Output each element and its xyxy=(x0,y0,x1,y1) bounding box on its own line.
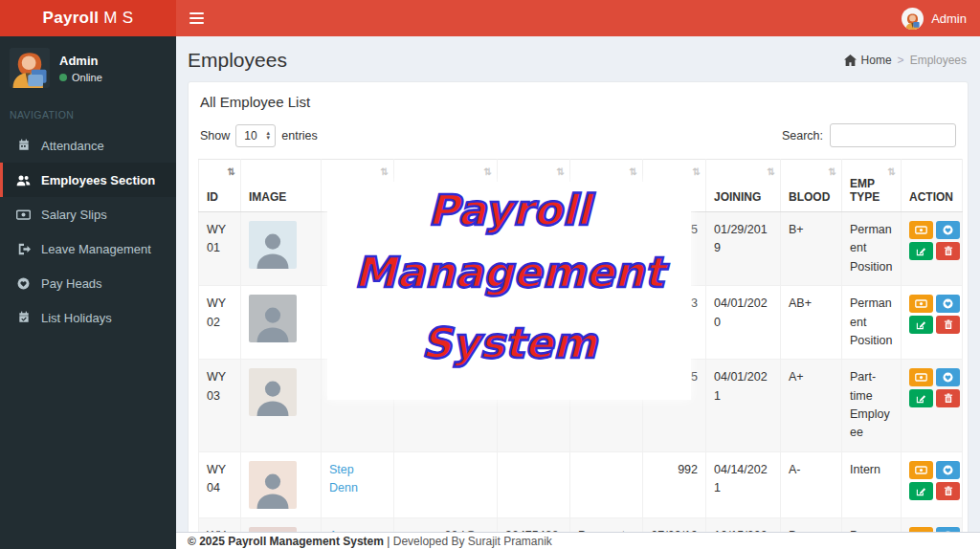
entries-label: entries xyxy=(281,129,318,143)
brand-bold: Payroll xyxy=(43,9,100,28)
sidebar-user-name: Admin xyxy=(59,54,102,68)
sidebar-user-meta: Admin Online xyxy=(59,54,102,83)
cell-blood: B+ xyxy=(781,212,842,286)
employee-photo xyxy=(249,221,297,269)
content-header: Employees Home > Employees xyxy=(176,36,980,81)
sidebar-user-avatar xyxy=(10,48,50,88)
edit-button[interactable] xyxy=(909,242,933,260)
delete-button[interactable] xyxy=(936,389,960,407)
money-icon xyxy=(915,373,927,382)
page-title: Employees xyxy=(188,49,287,72)
column-header-blood[interactable]: BLOOD⇅ xyxy=(781,160,842,212)
salary-button[interactable] xyxy=(909,368,933,386)
page-length-value: 10 xyxy=(244,129,256,143)
sidebar-item-employees-section[interactable]: Employees Section xyxy=(0,163,176,197)
trash-icon xyxy=(944,246,953,256)
column-header-id[interactable]: ID⇅ xyxy=(199,160,241,212)
breadcrumb-current: Employees xyxy=(910,54,967,67)
employee-name-link[interactable]: Step Denn xyxy=(329,463,358,494)
salary-button[interactable] xyxy=(909,221,933,239)
payhead-button[interactable] xyxy=(936,221,960,239)
cell-image xyxy=(241,360,322,452)
cell-image xyxy=(241,451,322,517)
sidebar-item-label: Attendance xyxy=(41,139,104,153)
sidebar-item-list-holidays[interactable]: List Holidays xyxy=(0,300,176,335)
sidebar-item-label: Employees Section xyxy=(41,173,155,187)
breadcrumb-home-label: Home xyxy=(861,54,892,67)
cell-action xyxy=(902,360,963,452)
column-header-image[interactable]: IMAGE xyxy=(241,160,322,212)
payhead-button[interactable] xyxy=(936,461,960,479)
cell-email xyxy=(394,451,498,517)
action-buttons xyxy=(909,295,961,334)
footer-developer: Developed By Surajit Pramanik xyxy=(393,535,552,548)
cell-blood: A- xyxy=(781,451,842,517)
salary-button[interactable] xyxy=(909,295,933,313)
payhead-button[interactable] xyxy=(936,295,960,313)
cell-joining: 01/29/2019 xyxy=(706,212,781,286)
sort-icon: ⇅ xyxy=(484,166,492,177)
cell-blood: A+ xyxy=(781,360,842,452)
edit-icon xyxy=(916,319,926,330)
top-navbar: Payroll M S Admin xyxy=(0,0,980,36)
sidebar-user-status-label: Online xyxy=(72,72,102,83)
sidebar-toggle-icon[interactable] xyxy=(189,4,218,33)
cell-action xyxy=(902,451,963,517)
sidebar-user-panel: Admin Online xyxy=(0,36,176,99)
employee-photo xyxy=(249,295,297,342)
sidebar-item-salary-slips[interactable]: Salary Slips xyxy=(0,197,176,231)
sort-icon: ⇅ xyxy=(888,166,896,177)
select-arrows-icon: ▲▼ xyxy=(265,131,271,141)
navbar-user-label: Admin xyxy=(931,11,967,26)
brand-logo[interactable]: Payroll M S xyxy=(0,0,176,36)
sidebar-section-label: NAVIGATION xyxy=(0,99,176,128)
heart-circle-icon xyxy=(943,465,953,475)
heart-circle-icon xyxy=(943,298,953,309)
search-control: Search: xyxy=(782,123,956,147)
trash-icon xyxy=(944,486,953,496)
cell-joining: 04/01/2021 xyxy=(706,360,781,452)
breadcrumb-home-link[interactable]: Home xyxy=(844,54,892,67)
sort-icon: ⇅ xyxy=(693,166,701,177)
breadcrumb: Home > Employees xyxy=(844,54,967,67)
column-header-emp-type[interactable]: EMP TYPE⇅ xyxy=(842,160,902,212)
payhead-button[interactable] xyxy=(936,368,960,386)
sidebar: Admin Online NAVIGATION Attendance Emplo… xyxy=(0,36,176,549)
column-header-joining[interactable]: JOINING⇅ xyxy=(706,160,781,212)
online-status-dot xyxy=(59,74,67,81)
delete-button[interactable] xyxy=(936,242,960,260)
show-label: Show xyxy=(200,129,230,143)
employee-photo xyxy=(249,461,297,509)
watermark-line: Management xyxy=(354,248,664,297)
cell-identity xyxy=(570,451,643,517)
sidebar-item-leave-management[interactable]: Leave Management xyxy=(0,231,176,266)
employee-photo xyxy=(249,368,297,416)
edit-button[interactable] xyxy=(909,389,933,407)
watermark-overlay: Payroll Management System xyxy=(327,182,691,400)
heart-circle-icon xyxy=(943,225,953,235)
page-length-control: Show 10 ▲▼ entries xyxy=(200,124,318,147)
cell-id: WY03 xyxy=(199,360,241,452)
navbar-user-menu[interactable]: Admin xyxy=(902,8,967,30)
calendar-icon xyxy=(15,139,32,152)
edit-icon xyxy=(916,393,926,404)
delete-button[interactable] xyxy=(936,316,960,334)
salary-button[interactable] xyxy=(909,461,933,479)
calendar-check-icon xyxy=(15,311,32,324)
edit-button[interactable] xyxy=(909,316,933,334)
action-buttons xyxy=(909,221,961,260)
cell-id: WY02 xyxy=(199,286,241,360)
page-footer: © 2025 Payroll Management System | Devel… xyxy=(176,532,980,549)
cell-image xyxy=(241,286,322,360)
footer-divider: | xyxy=(387,535,390,548)
money-icon xyxy=(15,209,32,220)
edit-button[interactable] xyxy=(909,482,933,500)
sort-icon: ⇅ xyxy=(630,166,637,177)
sidebar-item-attendance[interactable]: Attendance xyxy=(0,128,176,163)
page-length-select[interactable]: 10 ▲▼ xyxy=(235,124,276,147)
delete-button[interactable] xyxy=(936,482,960,500)
home-icon xyxy=(844,55,857,66)
cell-emp-type: Part-time Employee xyxy=(842,360,902,452)
search-input[interactable] xyxy=(830,123,956,147)
sidebar-item-pay-heads[interactable]: Pay Heads xyxy=(0,266,176,300)
